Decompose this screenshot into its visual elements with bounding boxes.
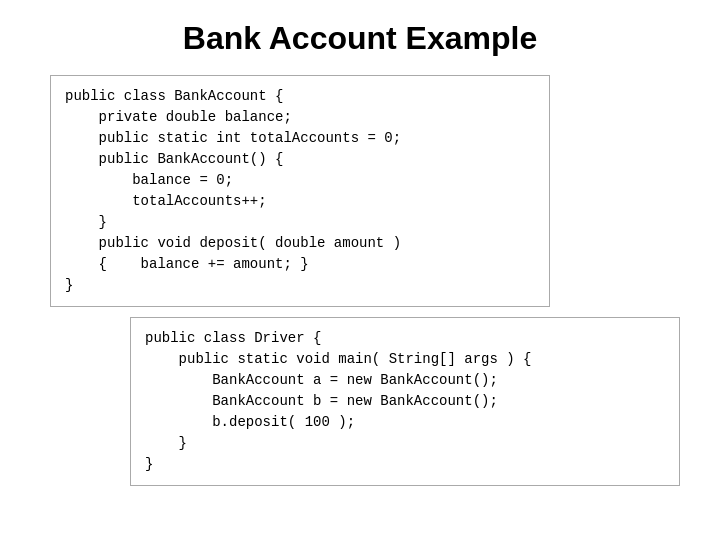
code-block-top: public class BankAccount { private doubl… bbox=[50, 75, 550, 307]
code-block-bottom: public class Driver { public static void… bbox=[130, 317, 680, 486]
page-title: Bank Account Example bbox=[183, 20, 537, 57]
page: Bank Account Example public class BankAc… bbox=[0, 0, 720, 540]
